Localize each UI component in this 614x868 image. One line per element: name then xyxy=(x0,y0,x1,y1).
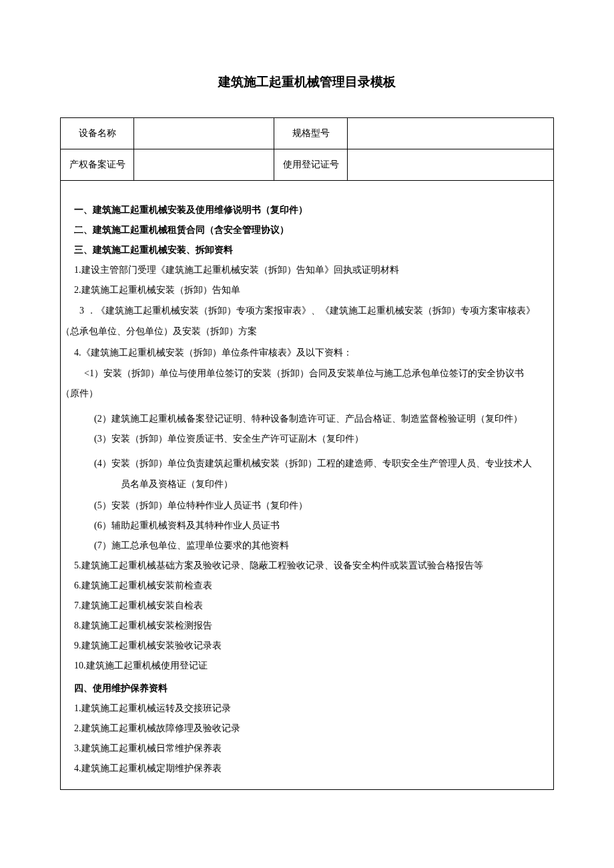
item-3-4-4: (4）安装（拆卸）单位负责建筑起重机械安装（拆卸）工程的建造师、专职安全生产管理… xyxy=(74,454,540,495)
main-table: 设备名称 规格型号 产权备案证号 使用登记证号 一、建筑施工起重机械安装及使用维… xyxy=(60,117,554,790)
content-row: 一、建筑施工起重机械安装及使用维修说明书（复印件） 二、建筑施工起重机械租赁合同… xyxy=(61,181,554,790)
document-title: 建筑施工起重机械管理目录模板 xyxy=(60,73,554,91)
item-3-9: 9.建筑施工起重机械安装验收记录表 xyxy=(74,636,540,655)
item-3-4-3: (3）安装（拆卸）单位资质证书、安全生产许可证副木（复印件） xyxy=(74,430,540,448)
item-3-1: 1.建设主管部门受理《建筑施工起重机械安装（拆卸）告知单》回执或证明材料 xyxy=(74,261,540,280)
item-3-4-2: (2）建筑施工起重机械备案登记证明、特种设备制造许可证、产品合格证、制造监督检验… xyxy=(74,410,540,428)
content-cell: 一、建筑施工起重机械安装及使用维修说明书（复印件） 二、建筑施工起重机械租赁合同… xyxy=(61,181,554,790)
header-row-1: 设备名称 规格型号 xyxy=(61,118,554,149)
item-3-10: 10.建筑施工起重机械使用登记证 xyxy=(74,657,540,675)
item-3-4: 4.《建筑施工起重机械安装（拆卸）单位条件审核表》及以下资料： xyxy=(74,344,540,362)
section-1-heading: 一、建筑施工起重机械安装及使用维修说明书（复印件） xyxy=(74,201,540,220)
item-4-1: 1.建筑施工起重机械运转及交接班记录 xyxy=(74,699,540,718)
section-3-heading: 三、建筑施工起重机械安装、拆卸资料 xyxy=(74,241,540,260)
item-3-4-6: (6）辅助起重机械资料及其特种作业人员证书 xyxy=(74,516,540,535)
equipment-name-label: 设备名称 xyxy=(61,118,134,149)
item-3-4-7: (7）施工总承包单位、监理单位要求的其他资料 xyxy=(74,536,540,555)
spec-model-value xyxy=(348,118,554,149)
item-3-4-1: <1）安装（拆卸）单位与使用单位签订的安装（拆卸）合同及安装单位与施工总承包单位… xyxy=(61,364,540,405)
item-3-3: 3 ．《建筑施工起重机械安装（拆卸）专项方案报审表》、《建筑施工起重机械安装（拆… xyxy=(61,301,540,342)
equipment-name-value xyxy=(134,118,274,149)
use-cert-value xyxy=(348,149,554,181)
use-cert-label: 使用登记证号 xyxy=(274,149,348,181)
item-3-6: 6.建筑施工起重机械安装前检查表 xyxy=(74,576,540,595)
item-4-3: 3.建筑施工起重机械日常维护保养表 xyxy=(74,739,540,758)
item-3-7: 7.建筑施工起重机械安装自检表 xyxy=(74,596,540,615)
item-3-5: 5.建筑施工起重机械基础方案及验收记录、隐蔽工程验收记录、设备安全构件或装置试验… xyxy=(74,556,540,575)
property-cert-value xyxy=(134,149,274,181)
item-3-8: 8.建筑施工起重机械安装检测报告 xyxy=(74,616,540,635)
header-row-2: 产权备案证号 使用登记证号 xyxy=(61,149,554,181)
spec-model-label: 规格型号 xyxy=(274,118,348,149)
item-4-2: 2.建筑施工起重机械故障修理及验收记录 xyxy=(74,719,540,738)
section-4-heading: 四、使用维护保养资料 xyxy=(74,679,540,698)
item-3-2: 2.建筑施工起重机械安装（拆卸）告知单 xyxy=(74,281,540,300)
property-cert-label: 产权备案证号 xyxy=(61,149,134,181)
item-3-4-5: (5）安装（拆卸）单位特种作业人员证书（复印件） xyxy=(74,496,540,515)
item-4-4: 4.建筑施工起重机械定期维护保养表 xyxy=(74,759,540,778)
section-2-heading: 二、建筑施工起重机械租赁合同（含安全管理协议） xyxy=(74,221,540,240)
